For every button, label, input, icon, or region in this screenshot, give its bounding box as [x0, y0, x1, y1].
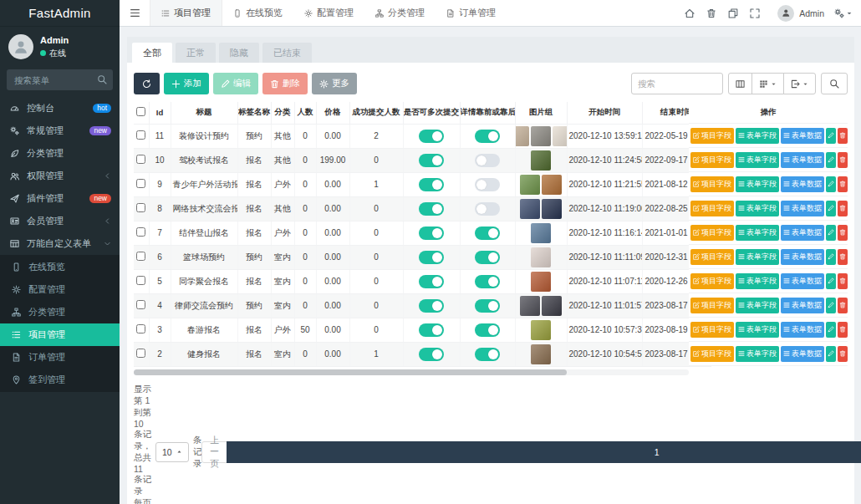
- sidebar-item-控制台[interactable]: 控制台 hot: [0, 97, 120, 120]
- prev-page-button[interactable]: 上一页: [201, 441, 227, 463]
- col-title[interactable]: 标题: [171, 102, 237, 124]
- row-checkbox[interactable]: [136, 227, 145, 237]
- filter-tab-已结束[interactable]: 已结束: [262, 43, 312, 63]
- copy-icon[interactable]: [722, 8, 744, 18]
- toggle-detail-position[interactable]: [475, 323, 500, 337]
- table-row[interactable]: 8 网络技术交流会报名 报名 其他 0 0.00 0 2020-12-10 11…: [134, 196, 711, 221]
- row-checkbox[interactable]: [136, 324, 145, 333]
- sidebar-item-常规管理[interactable]: 常规管理 new: [0, 120, 120, 142]
- form-data-button[interactable]: 表单数据: [781, 346, 824, 362]
- edit-row-button[interactable]: [826, 225, 836, 241]
- delete-row-button[interactable]: [838, 128, 848, 144]
- toggle-multi-submit[interactable]: [419, 251, 444, 264]
- edit-row-button[interactable]: [826, 152, 836, 168]
- form-data-button[interactable]: 表单数据: [781, 201, 824, 216]
- image-thumbnail[interactable]: [531, 247, 551, 267]
- table-row[interactable]: 7 结伴登山报名 报名 户外 0 0.00 0 2020-12-10 11:16…: [134, 221, 711, 245]
- form-fields-button[interactable]: 表单字段: [736, 322, 779, 338]
- toggle-multi-submit[interactable]: [419, 299, 444, 313]
- form-data-button[interactable]: 表单数据: [781, 249, 824, 265]
- row-checkbox[interactable]: [136, 349, 145, 358]
- table-row[interactable]: 9 青少年户外活动报名 报名 户外 0 0.00 1 2020-12-10 11…: [134, 172, 711, 196]
- edit-row-button[interactable]: [826, 298, 836, 313]
- form-data-button[interactable]: 表单数据: [781, 322, 824, 338]
- toggle-multi-submit[interactable]: [419, 227, 444, 240]
- sidebar-item-会员管理[interactable]: 会员管理: [0, 210, 120, 232]
- home-icon[interactable]: [679, 8, 701, 18]
- sidebar-item-权限管理[interactable]: 权限管理: [0, 165, 120, 187]
- image-thumbnail[interactable]: [520, 296, 540, 316]
- toggle-multi-submit[interactable]: [419, 154, 444, 167]
- delete-row-button[interactable]: [838, 249, 848, 265]
- toggle-detail-position[interactable]: [475, 275, 500, 288]
- edit-row-button[interactable]: [826, 273, 836, 289]
- table-row[interactable]: 4 律师交流会预约 预约 室内 0 0.00 0 2020-12-10 11:0…: [134, 293, 711, 318]
- table-row[interactable]: 5 同学聚会报名 报名 室内 0 0.00 0 2020-12-10 11:07…: [134, 269, 711, 293]
- delete-row-button[interactable]: [838, 201, 848, 216]
- search-button[interactable]: [821, 73, 848, 94]
- project-fields-button[interactable]: 项目字段: [690, 152, 734, 168]
- col-price[interactable]: 价格: [316, 102, 349, 124]
- row-checkbox[interactable]: [136, 252, 145, 261]
- row-checkbox[interactable]: [136, 130, 145, 140]
- project-fields-button[interactable]: 项目字段: [690, 298, 734, 313]
- form-fields-button[interactable]: 表单字段: [736, 201, 779, 216]
- project-fields-button[interactable]: 项目字段: [690, 176, 734, 192]
- refresh-button[interactable]: [134, 73, 160, 94]
- image-thumbnail[interactable]: [531, 344, 551, 364]
- col-id[interactable]: Id: [149, 102, 171, 124]
- row-checkbox[interactable]: [136, 155, 145, 164]
- delete-row-button[interactable]: [838, 346, 848, 362]
- form-fields-button[interactable]: 表单字段: [736, 152, 779, 168]
- sidebar-subitem-项目管理[interactable]: 项目管理: [0, 323, 120, 346]
- sidebar-item-万能自定义表单[interactable]: 万能自定义表单: [0, 232, 120, 255]
- row-checkbox[interactable]: [136, 276, 145, 285]
- row-checkbox[interactable]: [136, 203, 145, 212]
- col-detail[interactable]: 详情靠前或靠后: [460, 102, 515, 124]
- toggle-detail-position[interactable]: [475, 299, 500, 313]
- add-button[interactable]: 添加: [164, 73, 209, 94]
- image-thumbnail[interactable]: [531, 272, 551, 292]
- select-all-checkbox[interactable]: [136, 107, 145, 116]
- form-data-button[interactable]: 表单数据: [781, 298, 824, 313]
- image-thumbnail[interactable]: [542, 199, 562, 219]
- toggle-detail-position[interactable]: [475, 154, 500, 167]
- filter-tab-隐藏[interactable]: 隐藏: [219, 43, 259, 63]
- sidebar-subitem-在线预览[interactable]: 在线预览: [0, 256, 120, 278]
- form-fields-button[interactable]: 表单字段: [736, 273, 779, 289]
- delete-button[interactable]: 删除: [262, 73, 308, 94]
- more-button[interactable]: 更多: [312, 73, 357, 94]
- image-thumbnail[interactable]: [542, 175, 562, 195]
- table-search-input[interactable]: [631, 73, 723, 94]
- col-multi[interactable]: 是否可多次提交: [403, 102, 460, 124]
- image-thumbnail[interactable]: [531, 126, 551, 146]
- form-data-button[interactable]: 表单数据: [781, 273, 824, 289]
- delete-row-button[interactable]: [838, 152, 848, 168]
- project-fields-button[interactable]: 项目字段: [690, 225, 734, 241]
- sidebar-subitem-配置管理[interactable]: 配置管理: [0, 278, 120, 301]
- edit-row-button[interactable]: [826, 176, 836, 192]
- sidebar-item-插件管理[interactable]: 插件管理 new: [0, 187, 120, 210]
- col-success[interactable]: 成功提交人数: [349, 102, 403, 124]
- form-fields-button[interactable]: 表单字段: [736, 298, 779, 313]
- edit-button[interactable]: 编辑: [213, 73, 258, 94]
- user-menu[interactable]: Admin: [777, 5, 824, 22]
- delete-row-button[interactable]: [838, 322, 848, 338]
- image-thumbnail[interactable]: [531, 320, 551, 340]
- search-icon[interactable]: [97, 74, 107, 84]
- trash-icon[interactable]: [701, 8, 722, 18]
- delete-row-button[interactable]: [838, 176, 848, 192]
- col-start[interactable]: 开始时间: [567, 102, 642, 124]
- toggle-multi-submit[interactable]: [419, 275, 444, 288]
- table-row[interactable]: 11 装修设计预约 预约 其他 0 0.00 2 2020-12-10 13:5…: [134, 124, 711, 148]
- toggle-detail-position[interactable]: [475, 251, 500, 264]
- image-thumbnail[interactable]: [515, 126, 529, 146]
- topbar-tab-配置管理[interactable]: 配置管理: [293, 0, 364, 26]
- expand-icon[interactable]: [744, 8, 766, 18]
- col-images[interactable]: 图片组: [515, 102, 567, 124]
- app-logo[interactable]: FastAdmin: [0, 0, 120, 27]
- project-fields-button[interactable]: 项目字段: [690, 322, 734, 338]
- topbar-tab-订单管理[interactable]: 订单管理: [436, 0, 507, 26]
- edit-row-button[interactable]: [826, 128, 836, 144]
- toggle-view-button[interactable]: [728, 73, 752, 94]
